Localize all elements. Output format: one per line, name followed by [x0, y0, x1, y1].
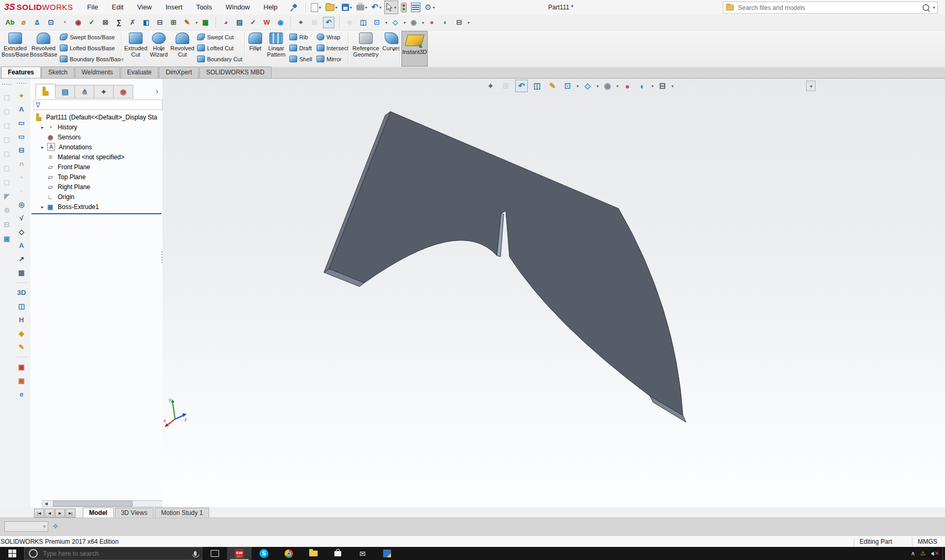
dropdown-arrow-icon[interactable]: ▾	[319, 5, 321, 10]
mass-properties-icon[interactable]: ∆	[32, 17, 42, 28]
expander-icon[interactable]: ▸	[39, 125, 46, 130]
skype-button[interactable]: S	[252, 547, 276, 560]
thickness-analysis-icon[interactable]: ⊟	[155, 17, 165, 28]
swept-boss-base-button[interactable]: Swept Boss/Base	[60, 31, 124, 42]
tree-item-boss-extrude1[interactable]: ▸▣Boss-Extrude1	[30, 202, 162, 212]
ghost-cube-3-icon[interactable]: ▢	[2, 120, 12, 130]
sheet-stack-icon[interactable]: ❖	[52, 522, 59, 530]
solidworks-button[interactable]: SW2017	[227, 547, 252, 560]
hidden-icons-chevron-icon[interactable]: ∧	[911, 550, 915, 557]
extruded-boss-base-button[interactable]: Extruded Boss/Base	[2, 31, 28, 64]
dropdown-arrow-icon[interactable]: ▾	[350, 5, 352, 10]
monitor-tool-icon[interactable]: ⊟	[2, 219, 12, 229]
collapsed-dropdown[interactable]: ▾	[4, 521, 48, 532]
draft-analysis-icon[interactable]: ◧	[141, 17, 151, 28]
hide-show-items-icon[interactable]: ◉	[408, 17, 423, 28]
next-sheet-icon[interactable]: ▶	[55, 509, 65, 518]
deviation-analysis-icon[interactable]: ✗	[127, 17, 138, 28]
part-top-face[interactable]	[329, 112, 683, 415]
tab-3d-views[interactable]: 3D Views	[115, 508, 154, 518]
chrome-button[interactable]	[276, 547, 301, 560]
edrawings-icon[interactable]: ◉	[275, 17, 286, 28]
pin-menu-icon[interactable]	[290, 4, 297, 11]
previous-view-icon[interactable]: ↶	[515, 80, 528, 92]
section-view-icon[interactable]: ◫	[531, 80, 543, 92]
photos-button[interactable]	[375, 547, 399, 560]
rib-button[interactable]: Rib	[289, 31, 312, 42]
design-checker-icon[interactable]: ▤	[234, 17, 245, 28]
menu-insert[interactable]: Insert	[159, 0, 190, 15]
taskbar-search-input[interactable]	[42, 550, 190, 558]
multi-jog-leader-icon[interactable]: ↗	[16, 254, 27, 264]
boundary-cut-button[interactable]: Boundary Cut	[197, 53, 242, 64]
hide-show-items-icon[interactable]: ◉	[602, 80, 618, 92]
view-settings-icon[interactable]: ⊟	[657, 80, 673, 92]
expander-icon[interactable]: ▸	[39, 204, 46, 210]
revolved-boss-base-button[interactable]: Revolved Boss/Base	[29, 31, 58, 64]
check-entity-icon[interactable]: ✓	[86, 17, 97, 28]
tree-filter-input[interactable]	[42, 101, 160, 108]
first-sheet-icon[interactable]: |◀	[34, 509, 44, 518]
zoom-to-fit-icon[interactable]: ⌖	[296, 17, 306, 28]
scrollbar-thumb[interactable]	[53, 501, 133, 507]
propertymanager-tab[interactable]: ▤	[56, 85, 75, 98]
ghost-cube-1-icon[interactable]: ▢	[2, 92, 12, 102]
note-icon[interactable]: A	[16, 240, 27, 250]
display-style-icon[interactable]: ◇	[582, 80, 598, 92]
wrap-button[interactable]: Wrap	[317, 31, 349, 42]
display-pane-expand-button[interactable]: ◂	[806, 81, 816, 91]
3d-view-capture-icon[interactable]: 3D	[16, 288, 27, 298]
new-document-button[interactable]: ▾	[309, 1, 323, 14]
instant3d-button[interactable]: Instant3D	[401, 31, 428, 67]
ghost-cube-7-icon[interactable]: ▢	[2, 177, 12, 187]
tab-model[interactable]: Model	[83, 508, 114, 518]
find-annotation-icon[interactable]: ◎	[16, 200, 27, 210]
reference-geometry-button[interactable]: Reference Geometry	[350, 31, 386, 64]
tree-item-history[interactable]: ▸◔History	[30, 122, 162, 132]
basic-size-dimension-icon[interactable]: ▭	[16, 118, 27, 128]
dropdown-arrow-icon[interactable]: ▾	[432, 5, 435, 10]
graphics-viewport[interactable]: ⌖⊞↶◫✎⊡◇◉●◐⊟ ◂ x y z	[162, 79, 945, 507]
rollback-bar[interactable]	[31, 213, 161, 214]
search-scope-folder-icon[interactable]	[726, 5, 733, 10]
tree-root-part[interactable]: ▙ Part111 (Default<<Default>_Display Sta	[30, 112, 162, 122]
menu-window[interactable]: Window	[219, 0, 257, 15]
search-files-input[interactable]	[737, 4, 920, 12]
mail-button[interactable]	[350, 547, 375, 560]
units-selector[interactable]: MMGS	[918, 538, 942, 545]
lofted-boss-base-button[interactable]: Lofted Boss/Base	[60, 42, 124, 53]
previous-view-icon[interactable]: ↶	[323, 17, 334, 28]
scroll-left-icon[interactable]: ◀	[42, 501, 50, 506]
volume-muted-icon[interactable]: ✕	[931, 550, 939, 557]
tab-solidworks-mbd[interactable]: SOLIDWORKS MBD	[199, 67, 271, 78]
performance-evaluation-icon[interactable]: ◔	[59, 17, 70, 28]
intersect-button[interactable]: Intersect	[317, 42, 349, 53]
last-sheet-icon[interactable]: ▶|	[66, 509, 75, 518]
general-table-icon[interactable]: ▦	[16, 268, 27, 278]
print-button[interactable]: ▾	[355, 1, 369, 14]
wrench-tool-icon[interactable]: ⚙	[2, 205, 12, 215]
mirror-button[interactable]: Mirror	[317, 53, 349, 64]
tab-sketch[interactable]: Sketch	[41, 67, 74, 78]
tab-motion-study-1[interactable]: Motion Study 1	[155, 508, 209, 518]
display-style-icon[interactable]: ◇	[390, 17, 405, 28]
microsoft-store-button[interactable]	[325, 547, 350, 560]
revolved-cut-button[interactable]: Revolved Cut	[170, 31, 195, 64]
show-desktop-button[interactable]	[942, 547, 945, 560]
apply-scene-icon[interactable]: ◐	[637, 80, 653, 92]
select-tool-button[interactable]: ▾	[384, 1, 398, 14]
search-box[interactable]: ▾	[723, 2, 938, 14]
ghost-cube-6-icon[interactable]: ▢	[2, 163, 12, 173]
tree-item-sensors[interactable]: ◉Sensors	[30, 132, 162, 142]
edit-appearance-icon[interactable]: ●	[622, 80, 633, 92]
publish-pdf-icon[interactable]: ▣	[16, 362, 27, 372]
menu-view[interactable]: View	[131, 0, 159, 15]
file-explorer-button[interactable]	[301, 547, 325, 560]
options-button[interactable]: ⚙▾	[423, 1, 436, 14]
tree-item-front-plane[interactable]: ▱Front Plane	[30, 162, 162, 172]
previous-sheet-icon[interactable]: ◀	[45, 509, 55, 518]
draft-button[interactable]: Draft	[289, 42, 312, 53]
apply-scene-icon[interactable]: ◐	[440, 17, 451, 28]
sensor-icon[interactable]: ◉	[73, 17, 83, 28]
edit-appearance-icon[interactable]: ●	[427, 17, 437, 28]
